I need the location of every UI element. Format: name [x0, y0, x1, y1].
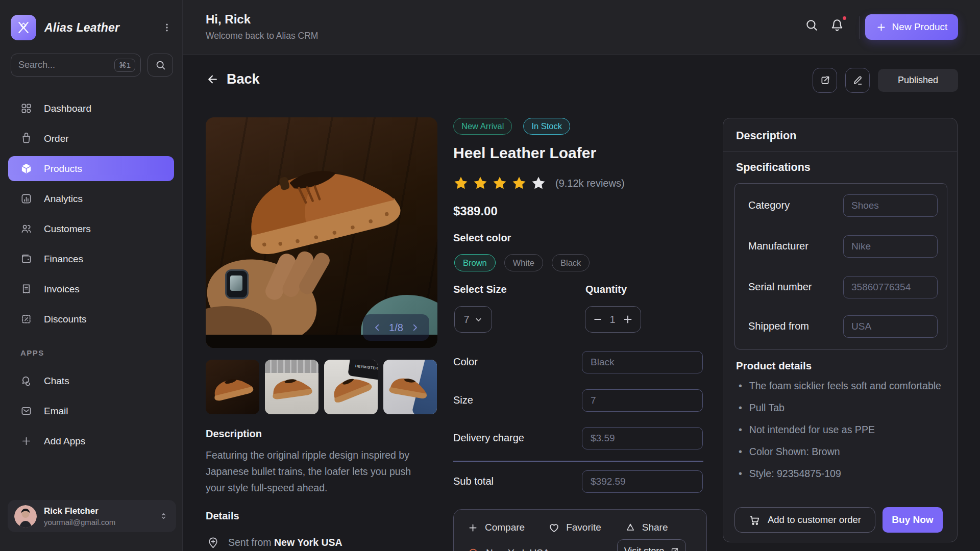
- list-item: •The foam sicklier feels soft and comfor…: [739, 378, 943, 394]
- chats-icon: [20, 375, 33, 387]
- sidebar-item-email[interactable]: Email: [8, 398, 174, 423]
- quantity-value: 1: [609, 314, 615, 325]
- sidebar-item-discounts[interactable]: Discounts: [8, 307, 174, 332]
- subtotal-input[interactable]: $392.59: [582, 470, 703, 493]
- quantity-increase-button[interactable]: [622, 314, 633, 325]
- greeting-subtitle: Welcome back to Alias CRM: [206, 31, 318, 41]
- sidebar-item-chats[interactable]: Chats: [8, 368, 174, 393]
- header-search-icon[interactable]: [805, 18, 818, 32]
- delivery-charge-input[interactable]: $3.59: [582, 427, 703, 449]
- field-label-delivery: Delivery charge: [453, 432, 524, 444]
- field-label-subtotal: Sub total: [453, 475, 494, 487]
- rating-row: (9.12k reviews): [453, 176, 625, 191]
- carousel-prev-icon[interactable]: [373, 323, 382, 332]
- pencil-icon: [852, 75, 863, 86]
- sidebar-item-label: Analytics: [44, 193, 83, 205]
- store-location-text: New York USA: [486, 547, 550, 551]
- location-pin-plus-icon: [207, 536, 219, 549]
- size-dropdown[interactable]: 7: [454, 306, 492, 333]
- notifications-bell-icon[interactable]: [830, 18, 844, 32]
- thumbnail-2[interactable]: [265, 360, 318, 414]
- location-dot-icon: [468, 547, 479, 551]
- edit-button[interactable]: [845, 68, 870, 93]
- sidebar-apps-nav: Chats Email Add Apps: [8, 368, 174, 459]
- sidebar-item-customers[interactable]: Customers: [8, 216, 174, 241]
- thumbnail-1[interactable]: [206, 360, 259, 414]
- app-title: Alias Leather: [44, 21, 119, 35]
- shopping-bag-icon: [20, 133, 33, 144]
- header-divider: [859, 16, 860, 39]
- color-option-white[interactable]: White: [504, 254, 543, 271]
- spec-label-manufacturer: Manufacturer: [748, 240, 808, 252]
- spec-label-category: Category: [748, 199, 790, 211]
- badge-in-stock: In Stock: [523, 118, 570, 135]
- sidebar-item-label: Discounts: [44, 314, 86, 325]
- share-button[interactable]: Share: [625, 522, 668, 533]
- thumbnail-strip: HEYMISTER: [206, 360, 437, 414]
- user-profile-card[interactable]: Rick Fletcher yourmail@gmail.com: [8, 500, 176, 532]
- export-button[interactable]: [813, 68, 837, 93]
- sidebar-item-label: Email: [44, 406, 68, 417]
- list-item: •Style: 92354875-109: [739, 465, 943, 482]
- thumbnail-4[interactable]: [383, 360, 437, 414]
- product-details-heading: Product details: [736, 360, 812, 372]
- visit-store-button[interactable]: Visit store: [617, 539, 686, 551]
- size-input[interactable]: 7: [582, 389, 703, 412]
- sidebar-item-label: Order: [44, 133, 69, 144]
- shipped-from-input[interactable]: USA: [843, 315, 938, 338]
- plus-icon: [876, 22, 887, 33]
- sidebar-item-products[interactable]: Products: [8, 156, 174, 181]
- star-icon: [511, 176, 527, 191]
- analytics-icon: [20, 193, 33, 205]
- plus-icon: [468, 522, 478, 533]
- sidebar-item-label: Customers: [44, 223, 91, 235]
- account-switcher-chevrons-icon[interactable]: [159, 512, 168, 520]
- sidebar-item-order[interactable]: Order: [8, 126, 174, 151]
- sidebar-item-finances[interactable]: Finances: [8, 246, 174, 271]
- sent-from-location: New York USA: [274, 537, 342, 548]
- store-location-row: New York USA: [468, 547, 550, 551]
- sidebar-search-button[interactable]: [148, 54, 173, 77]
- plus-icon: [20, 435, 33, 447]
- add-to-customer-order-button[interactable]: Add to customer order: [734, 507, 875, 533]
- search-icon: [155, 60, 166, 70]
- carousel-position: 1/8: [389, 322, 403, 334]
- specifications-heading: Specifications: [736, 161, 811, 174]
- quantity-decrease-button[interactable]: [593, 314, 603, 324]
- compare-button[interactable]: Compare: [468, 522, 525, 533]
- spec-label-serial-number: Serial number: [748, 281, 812, 293]
- serial-number-input[interactable]: 35860776354: [843, 276, 938, 298]
- panel-divider: [723, 151, 957, 152]
- back-button[interactable]: Back: [206, 71, 260, 87]
- category-input[interactable]: Shoes: [843, 194, 938, 217]
- status-badge[interactable]: Published: [878, 69, 958, 92]
- carousel-next-icon[interactable]: [410, 323, 420, 332]
- details-panel: Description Specifications Category Shoe…: [723, 118, 958, 542]
- star-icon: [473, 176, 488, 191]
- sidebar-item-label: Dashboard: [44, 103, 91, 114]
- sidebar-search-box[interactable]: ⌘1: [11, 54, 141, 77]
- sidebar-menu-kebab-icon[interactable]: [162, 22, 172, 33]
- sidebar-item-dashboard[interactable]: Dashboard: [8, 96, 174, 121]
- sidebar-item-analytics[interactable]: Analytics: [8, 186, 174, 211]
- color-option-black[interactable]: Black: [552, 254, 590, 271]
- top-header: Hi, Rick Welcome back to Alias CRM New P…: [183, 0, 980, 55]
- favorite-button[interactable]: Favorite: [549, 522, 601, 533]
- sidebar-item-invoices[interactable]: Invoices: [8, 277, 174, 302]
- product-details-list: •The foam sicklier feels soft and comfor…: [739, 378, 943, 487]
- field-label-color: Color: [453, 356, 478, 368]
- reviews-count: (9.12k reviews): [555, 178, 625, 189]
- sidebar-item-add-apps[interactable]: Add Apps: [8, 429, 174, 454]
- search-input[interactable]: [18, 60, 85, 70]
- buy-now-button[interactable]: Buy Now: [883, 507, 943, 533]
- thumbnail-3[interactable]: HEYMISTER: [324, 360, 378, 414]
- color-option-brown[interactable]: Brown: [454, 254, 496, 271]
- color-input[interactable]: Black: [582, 351, 703, 373]
- app-window: Alias Leather ⌘1 Dashboard Order: [0, 0, 980, 551]
- manufacturer-input[interactable]: Nike: [843, 235, 938, 258]
- product-main-image[interactable]: 1/8: [206, 117, 437, 348]
- search-shortcut-badge: ⌘1: [114, 59, 135, 72]
- wallet-icon: [20, 253, 33, 265]
- new-product-button[interactable]: New Product: [865, 14, 958, 40]
- compare-label: Compare: [485, 522, 525, 533]
